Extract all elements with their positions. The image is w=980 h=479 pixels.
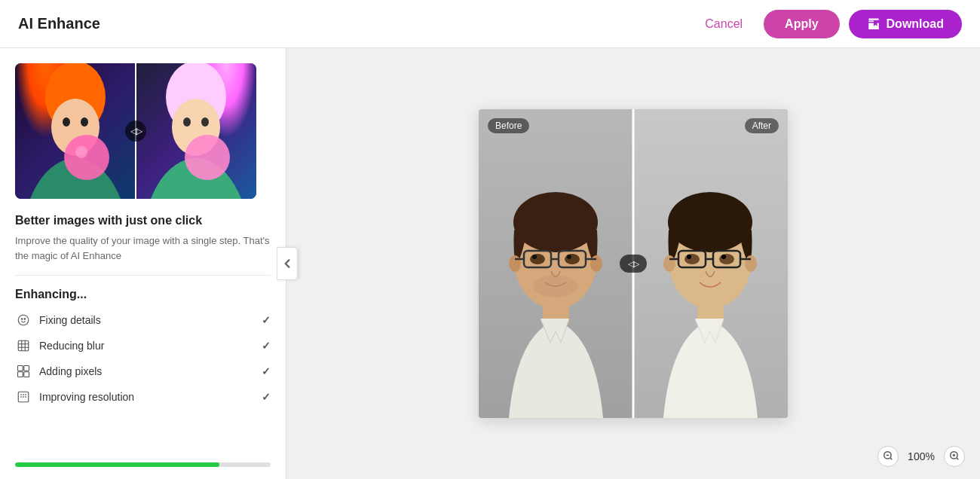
svg-rect-17 (18, 340, 29, 351)
zoom-in-icon (949, 450, 960, 463)
svg-point-42 (533, 275, 578, 297)
svg-rect-0 (868, 18, 879, 20)
main-layout: ◁▷ Better images with just one click Imp… (0, 48, 980, 479)
svg-point-55 (719, 254, 734, 264)
progress-bar-fill (15, 462, 219, 467)
zoom-out-icon (883, 450, 893, 463)
person-silhouette-right (136, 63, 256, 199)
step-reducing-blur: Reducing blur ✓ (15, 337, 271, 354)
svg-point-46 (668, 192, 752, 252)
comparison-after (633, 109, 788, 418)
after-person-svg (633, 109, 788, 418)
chevron-left-icon (282, 258, 292, 269)
preview-after (136, 63, 256, 199)
before-badge: Before (488, 118, 529, 133)
zoom-level: 100% (905, 450, 938, 462)
step-check-fixing: ✓ (262, 314, 271, 326)
svg-rect-1 (868, 20, 874, 22)
svg-point-48 (745, 255, 757, 272)
step-improving-resolution: Improving resolution ✓ (15, 389, 271, 405)
svg-point-31 (509, 255, 521, 272)
adding-pixels-icon (15, 363, 32, 380)
collapse-panel-button[interactable] (277, 247, 298, 280)
cancel-button[interactable]: Cancel (693, 11, 755, 37)
preview-before (15, 63, 136, 199)
smile-icon (17, 313, 30, 327)
svg-point-41 (567, 255, 571, 259)
svg-rect-2 (868, 28, 879, 29)
svg-rect-22 (18, 366, 23, 371)
step-label-reducing: Reducing blur (39, 340, 104, 352)
preview-image[interactable]: ◁▷ (15, 63, 256, 199)
panel-heading: Better images with just one click (15, 214, 271, 227)
step-left-reducing: Reducing blur (15, 337, 104, 354)
svg-point-6 (81, 117, 88, 127)
svg-point-11 (183, 117, 191, 127)
header: AI Enhance Cancel Apply Download (0, 0, 980, 48)
person-silhouette-left (15, 63, 136, 199)
enhancing-title: Enhancing... (15, 288, 271, 301)
step-label-resolution: Improving resolution (39, 391, 134, 403)
svg-rect-25 (24, 372, 29, 377)
reducing-blur-icon (15, 337, 32, 354)
step-left-resolution: Improving resolution (15, 389, 134, 405)
svg-point-57 (721, 255, 726, 259)
svg-point-32 (590, 255, 602, 272)
comparison-handle-arrows: ◁▷ (628, 259, 639, 269)
svg-point-40 (532, 255, 537, 259)
download-icon (867, 17, 880, 31)
svg-point-38 (530, 254, 545, 264)
preview-handle[interactable]: ◁▷ (125, 121, 146, 142)
step-check-resolution: ✓ (262, 391, 271, 403)
panel-divider (15, 275, 271, 276)
download-button[interactable]: Download (849, 10, 962, 38)
panel-description: Improve the quality of your image with a… (15, 233, 271, 263)
svg-point-47 (663, 255, 675, 272)
resolution-icon (17, 390, 30, 404)
svg-point-13 (185, 135, 230, 180)
comparison-container[interactable]: ◁▷ Before After (479, 109, 788, 418)
improving-resolution-icon (15, 389, 32, 405)
progress-bar-container (15, 462, 271, 467)
svg-line-59 (890, 457, 893, 459)
svg-point-8 (75, 146, 87, 158)
left-panel: ◁▷ Better images with just one click Imp… (0, 48, 286, 479)
svg-rect-23 (24, 366, 29, 371)
enhance-steps: Fixing details ✓ Re (15, 312, 271, 405)
svg-point-56 (687, 255, 691, 259)
svg-point-5 (63, 117, 70, 127)
step-label-pixels: Adding pixels (39, 365, 102, 377)
comparison-handle[interactable]: ◁▷ (620, 255, 647, 273)
step-left-fixing: Fixing details (15, 312, 101, 328)
svg-point-39 (565, 254, 580, 264)
step-label-fixing: Fixing details (39, 314, 101, 326)
header-actions: Cancel Apply Download (693, 10, 962, 38)
pixels-icon (17, 365, 30, 378)
step-adding-pixels: Adding pixels ✓ (15, 363, 271, 380)
download-label: Download (887, 17, 944, 31)
step-fixing-details: Fixing details ✓ (15, 312, 271, 328)
zoom-in-button[interactable] (944, 446, 965, 467)
svg-point-14 (18, 315, 29, 325)
zoom-controls: 100% (877, 446, 965, 467)
apply-button[interactable]: Apply (764, 10, 839, 38)
step-check-reducing: ✓ (262, 340, 271, 352)
step-left-pixels: Adding pixels (15, 363, 102, 380)
svg-point-16 (24, 319, 26, 320)
svg-point-30 (513, 192, 598, 252)
svg-point-7 (64, 135, 109, 180)
fixing-details-icon (15, 312, 32, 328)
zoom-out-button[interactable] (877, 446, 899, 467)
svg-point-54 (684, 254, 700, 264)
svg-line-62 (957, 457, 959, 459)
handle-arrows-icon: ◁▷ (130, 126, 141, 136)
step-check-pixels: ✓ (262, 365, 271, 377)
svg-point-15 (21, 319, 23, 320)
after-badge: After (745, 118, 779, 133)
right-content: ◁▷ Before After 100% (286, 48, 980, 479)
svg-point-12 (201, 117, 209, 127)
page-title: AI Enhance (18, 15, 100, 32)
blur-icon (17, 339, 30, 352)
comparison-before (479, 109, 633, 418)
svg-rect-24 (18, 372, 23, 377)
